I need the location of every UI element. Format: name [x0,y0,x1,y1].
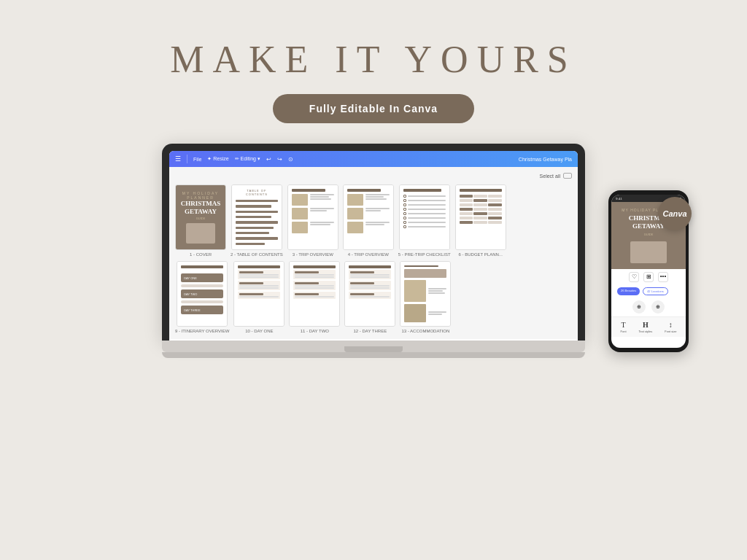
phone-actions: ♡ ⊞ ••• [611,269,686,285]
pages-row-2: DAY ONE DAY TWO DAY THREE 9 - ITINERARY … [175,261,572,333]
phone-font-size-label: Font size [665,330,676,333]
toc-line-9 [236,243,266,245]
select-all-label[interactable]: Select all [540,174,560,179]
page-label-9: 9 - ITINERARY OVERVIEW [175,329,229,333]
cover-main-title: CHRISTMASGETAWAY [181,200,221,216]
page-label-5: 5 - PRE-TRIP CHECKLIST [398,252,451,257]
trip2-img-3 [347,222,363,233]
trip2-img-2 [347,208,363,219]
phone-font-size-item[interactable]: ↕ Font size [665,321,676,333]
phone-bottom-bar: T Font H Text styles ↕ Font size [611,316,686,337]
share-btn[interactable]: ⊙ [288,156,293,163]
editing-menu[interactable]: ✏ Editing ▾ [235,156,260,162]
trip2-item-1 [347,194,390,206]
toc-line-2 [236,205,271,207]
phone-more-btn[interactable]: ••• [658,272,668,282]
checklist-content [400,185,449,249]
trip1-img-2 [292,208,308,219]
trip1-item-3 [292,222,334,233]
toc-line-1 [236,200,278,202]
phone-pill-beauties[interactable]: 26 Beauties [617,287,640,295]
trip1-lines-2 [310,208,334,211]
phone-resize-btn-2[interactable]: ⊕ [651,300,665,314]
toc-header: TABLE OF CONTENTS [236,189,278,196]
page-card-budget [455,184,506,250]
trip2-lines-2 [365,208,390,211]
page-label-4: 4 - TRIP OVERVIEW [348,252,389,257]
page-card-cover: MY HOLIDAY PLANNER CHRISTMASGETAWAY GUID… [175,184,226,250]
phone-cover-image [630,241,667,263]
budget-row-6 [460,217,502,219]
budget-row-3 [460,203,502,206]
itinerary-spacer-1 [181,284,223,287]
page-thumb-budget[interactable]: 6 - BUDGET PLANN... [455,184,506,257]
phone-heart-btn[interactable]: ♡ [629,272,639,282]
page-label-13: 13 - ACCOMMODATION [401,329,449,333]
phone-font-item[interactable]: T Font [621,321,627,333]
trip1-item-1 [292,194,334,206]
cover-subtitle: GUIDE [196,217,206,220]
page-thumb-trip1[interactable]: 3 - TRIP OVERVIEW [287,184,338,257]
toolbar-separator [187,155,187,163]
laptop-notch [344,346,403,352]
day2-section-2 [293,281,336,290]
main-title: MAKE IT YOURS [170,38,577,81]
resize-menu[interactable]: ✦ Resize [207,156,228,162]
checklist-item-8 [403,225,446,228]
select-all-icon[interactable] [563,173,572,179]
subtitle-badge: Fully Editable In Canva [273,94,474,123]
phone-pills: 26 Beauties 42 Locations [611,285,686,298]
file-menu[interactable]: File [193,157,201,162]
page-thumb-checklist[interactable]: 5 - PRE-TRIP CHECKLIST [398,184,451,257]
phone-text-styles-item[interactable]: H Text styles [639,321,653,333]
page-label-6: 6 - BUDGET PLANN... [459,252,503,257]
accom-image-3 [404,304,426,322]
page-thumb-cover[interactable]: MY HOLIDAY PLANNER CHRISTMASGETAWAY GUID… [175,184,226,257]
trip2-item-2 [347,208,390,219]
phone-pill-locations[interactable]: 42 Locations [643,287,668,295]
day3-content [345,262,395,326]
itinerary-btn-2: DAY TWO [181,289,223,298]
undo-btn[interactable]: ↩ [266,156,271,163]
phone-status-left: 9:41 [616,197,622,201]
laptop: ☰ File ✦ Resize ✏ Editing ▾ ↩ ↪ ⊙ Christ… [162,144,585,358]
trip2-header [347,189,381,192]
page-thumb-day2[interactable]: 11 - DAY TWO [289,261,340,333]
accom-header [404,265,438,267]
redo-btn[interactable]: ↪ [277,156,282,163]
page-thumb-trip2[interactable]: 4 - TRIP OVERVIEW [343,184,394,257]
page-thumb-toc[interactable]: TABLE OF CONTENTS [231,184,283,257]
budget-row-5 [460,212,502,215]
canva-content: Select all MY HOLIDAY PLANNER CHRISTMASG… [169,167,578,339]
page-thumb-itinerary[interactable]: DAY ONE DAY TWO DAY THREE 9 - ITINERARY … [175,261,229,333]
accom-image-2 [404,280,426,302]
checklist-item-2 [403,199,446,202]
trip2-item-3 [347,222,390,233]
checklist-item-6 [403,217,446,219]
toc-line-8 [236,237,278,239]
cover-content: MY HOLIDAY PLANNER CHRISTMASGETAWAY GUID… [176,185,225,249]
phone-grid-btn[interactable]: ⊞ [643,272,654,282]
itinerary-btn-3: DAY THREE [181,306,223,314]
phone-subtitle: GUIDE [644,233,654,236]
trip1-img-3 [292,222,308,233]
day2-header [293,265,336,268]
page-label-12: 12 - DAY THREE [354,329,387,333]
checklist-item-5 [403,212,446,215]
budget-row-4 [460,208,502,211]
laptop-screen: ☰ File ✦ Resize ✏ Editing ▾ ↩ ↪ ⊙ Christ… [169,151,578,341]
page-card-day1 [233,261,285,327]
page-thumb-day1[interactable]: 10 - DAY ONE [233,261,285,333]
itinerary-btn-1: DAY ONE [181,273,223,282]
day1-section-3 [238,292,280,299]
page-label-2: 2 - TABLE OF CONTENTS [231,252,283,257]
doc-title: Christmas Getaway Pla [519,157,572,162]
hamburger-icon[interactable]: ☰ [175,155,181,163]
page-card-checklist [399,184,450,250]
header-section: MAKE IT YOURS Fully Editable In Canva [170,0,577,123]
page-thumb-accommodation[interactable]: 13 - ACCOMMODATION [400,261,451,333]
toc-line-7 [236,232,269,234]
page-card-itinerary: DAY ONE DAY TWO DAY THREE [177,261,228,327]
page-thumb-day3[interactable]: 12 - DAY THREE [344,261,395,333]
phone-resize-btn-1[interactable]: ⊕ [632,300,646,314]
